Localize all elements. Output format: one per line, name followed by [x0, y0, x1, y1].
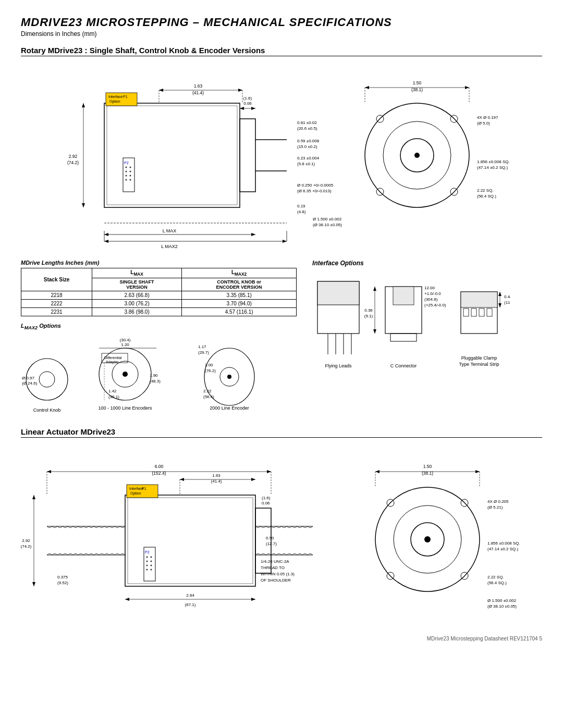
- svg-text:Ø 0.250 +0/-0.0005: Ø 0.250 +0/-0.0005: [297, 183, 334, 188]
- svg-text:(76.2): (76.2): [205, 368, 216, 373]
- svg-rect-134: [479, 309, 484, 316]
- svg-text:(38.1): (38.1): [411, 87, 423, 92]
- svg-text:2.92: 2.92: [69, 154, 78, 159]
- svg-text:(Ø 24.6): (Ø 24.6): [22, 381, 38, 386]
- svg-text:(9.1): (9.1): [364, 314, 373, 318]
- svg-rect-1: [107, 106, 237, 205]
- svg-marker-121: [373, 287, 376, 291]
- svg-text:(11.2): (11.2): [504, 300, 510, 305]
- svg-text:6.00: 6.00: [155, 464, 164, 469]
- svg-point-50: [414, 153, 420, 158]
- svg-text:4X Ø 0.197: 4X Ø 0.197: [477, 115, 498, 120]
- svg-text:(1.6): (1.6): [243, 96, 252, 101]
- svg-text:Ø 1.500 ±0.002: Ø 1.500 ±0.002: [487, 598, 517, 603]
- svg-marker-38: [82, 103, 85, 107]
- svg-point-162: [146, 569, 148, 571]
- svg-text:Differential: Differential: [104, 356, 122, 360]
- svg-point-12: [130, 167, 131, 168]
- svg-text:(47.14 ±0.2 SQ.): (47.14 ±0.2 SQ.): [477, 165, 508, 170]
- svg-text:(74.2): (74.2): [67, 160, 79, 165]
- svg-text:(41.4): (41.4): [211, 479, 222, 484]
- svg-text:(29.7): (29.7): [198, 350, 209, 355]
- svg-text:P1: P1: [142, 487, 146, 490]
- svg-rect-133: [471, 309, 476, 316]
- svg-point-15: [126, 175, 127, 177]
- table-row: 22223.00 (76.2)3.70 (94.0): [21, 300, 297, 308]
- svg-text:2.92: 2.92: [22, 538, 30, 543]
- svg-rect-132: [463, 309, 469, 316]
- svg-text:Control Knob: Control Knob: [33, 408, 61, 413]
- svg-text:P2: P2: [145, 550, 150, 554]
- svg-marker-24: [251, 233, 255, 236]
- svg-text:0.44: 0.44: [504, 294, 510, 299]
- lmax2-title: LMAX2 Options: [21, 323, 297, 330]
- svg-point-200: [424, 536, 431, 542]
- svg-text:Interface: Interface: [108, 95, 123, 98]
- svg-text:(304.8): (304.8): [424, 297, 438, 302]
- svg-text:1.50: 1.50: [413, 80, 422, 85]
- svg-marker-32: [238, 89, 242, 92]
- lmax2-header: LMAX2: [182, 268, 297, 278]
- svg-rect-2: [240, 119, 255, 192]
- svg-point-16: [130, 175, 131, 177]
- svg-text:1.17: 1.17: [198, 344, 206, 349]
- svg-text:1/4-20 UNC-2A: 1/4-20 UNC-2A: [261, 559, 289, 564]
- svg-text:0.06: 0.06: [243, 101, 252, 106]
- lmax2-options-drawing: Differential Adapter Control Knob 100 - …: [21, 332, 271, 416]
- footer: MDrive23 Microstepping Datasheet REV1217…: [21, 636, 542, 641]
- svg-text:+1.0/-0.0: +1.0/-0.0: [424, 291, 441, 296]
- svg-point-81: [39, 372, 55, 387]
- page-title: MDRIVE23 MICROSTEPPING – MECHANICAL SPEC…: [21, 16, 542, 29]
- svg-text:1.20: 1.20: [121, 342, 129, 347]
- svg-point-156: [146, 557, 148, 558]
- svg-text:(Ø 5.21): (Ø 5.21): [487, 505, 503, 510]
- svg-text:1.42: 1.42: [108, 389, 117, 393]
- svg-marker-172: [180, 478, 184, 481]
- svg-text:(Ø 6.35 +0/-0.013): (Ø 6.35 +0/-0.013): [297, 189, 332, 193]
- svg-text:0.375: 0.375: [57, 575, 68, 579]
- svg-marker-39: [82, 203, 85, 207]
- table-row: 22313.86 (98.0)4.57 (116.1): [21, 308, 297, 316]
- svg-text:0.81 ±0.02: 0.81 ±0.02: [297, 120, 317, 125]
- svg-point-160: [146, 565, 148, 566]
- single-shaft-header: SINGLE SHAFTVERSION: [92, 278, 182, 291]
- svg-text:(30.4): (30.4): [120, 338, 131, 342]
- svg-text:1.63: 1.63: [212, 473, 221, 478]
- svg-point-14: [130, 171, 131, 172]
- svg-marker-23: [104, 233, 108, 236]
- svg-marker-137: [498, 292, 501, 296]
- svg-marker-207: [475, 470, 480, 473]
- svg-text:THREAD TO: THREAD TO: [261, 565, 285, 570]
- svg-point-158: [146, 561, 148, 562]
- interface-options-section: Interface Options Flying Leads 0.36 (9.1…: [302, 260, 542, 417]
- svg-text:(41.4): (41.4): [192, 90, 204, 95]
- svg-marker-43: [240, 107, 244, 110]
- svg-point-18: [130, 179, 131, 181]
- svg-marker-179: [32, 582, 35, 586]
- svg-text:1.856 ±0.008 SQ.: 1.856 ±0.008 SQ.: [487, 541, 520, 546]
- svg-text:C Connector: C Connector: [390, 363, 417, 368]
- svg-point-163: [151, 569, 152, 571]
- svg-marker-27: [104, 240, 108, 243]
- svg-point-157: [151, 557, 152, 558]
- svg-marker-56: [365, 86, 369, 89]
- svg-text:0.59 ±0.008: 0.59 ±0.008: [297, 139, 320, 143]
- svg-marker-166: [267, 470, 271, 473]
- svg-text:(Ø 38.10 ±0.05): (Ø 38.10 ±0.05): [313, 223, 342, 227]
- svg-text:L MAX2: L MAX2: [161, 244, 178, 249]
- svg-text:L MAX: L MAX: [163, 228, 177, 233]
- svg-text:2.22 SQ.: 2.22 SQ.: [477, 188, 494, 193]
- svg-text:0.50: 0.50: [266, 536, 274, 540]
- svg-text:(56.4 SQ.): (56.4 SQ.): [487, 581, 507, 585]
- svg-text:(74.2): (74.2): [21, 544, 32, 549]
- svg-text:(12.7): (12.7): [266, 541, 277, 546]
- svg-point-17: [126, 179, 127, 181]
- rotary-drawing: Interface Option P1 P2 L MAX L MAX2 1.63…: [21, 61, 542, 254]
- svg-text:OF SHOULDER: OF SHOULDER: [261, 578, 291, 583]
- svg-point-84: [123, 372, 128, 377]
- svg-text:1.90: 1.90: [150, 373, 158, 378]
- svg-rect-119: [390, 334, 417, 341]
- svg-text:0.23 ±0.004: 0.23 ±0.004: [297, 156, 320, 161]
- svg-rect-118: [393, 287, 414, 305]
- svg-text:(47.14 ±0.2 SQ.): (47.14 ±0.2 SQ.): [487, 547, 518, 551]
